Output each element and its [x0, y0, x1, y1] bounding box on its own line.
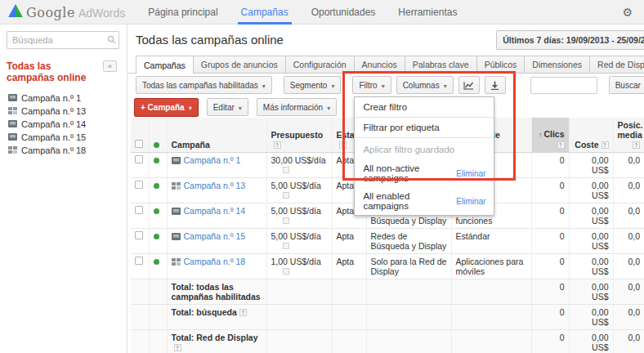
edit-button[interactable]: Editar	[207, 98, 248, 116]
line-chart-icon	[463, 81, 474, 90]
campaign-display-grid-icon	[172, 181, 181, 191]
main-nav: Página principal Campañas Oportunidades …	[136, 0, 468, 25]
tab-bar: Campañas Grupos de anuncios Configuració…	[127, 54, 644, 74]
campaign-link[interactable]: Campaña n.º 1	[184, 155, 241, 165]
row-checkbox[interactable]	[135, 257, 143, 265]
row-checkbox[interactable]	[135, 181, 143, 189]
sidebar-item-campaign-18[interactable]: Campaña n.º 18	[7, 144, 127, 157]
tab-red-de-display[interactable]: Red de Display	[589, 56, 644, 73]
chevron-down-icon	[327, 103, 330, 112]
menu-item-saved-filter[interactable]: All enabled campaigns Eliminar	[355, 187, 494, 215]
table-search-input[interactable]	[530, 77, 597, 94]
tab-publicos[interactable]: Públicos	[476, 56, 525, 73]
status-enabled-icon	[154, 208, 159, 214]
chevron-down-icon	[331, 81, 334, 90]
total-row-enabled: Total: todas las campañas habilitadas 0 …	[131, 279, 644, 305]
chevron-down-icon	[189, 103, 192, 112]
tab-configuracion[interactable]: Configuración	[285, 56, 355, 73]
table-row: Campaña n.º 18 1,00 US$/día Apta Solo pa…	[131, 254, 644, 279]
sidebar-all-campaigns-link[interactable]: Todas las campañas online	[7, 60, 101, 83]
chevron-down-icon	[239, 103, 242, 112]
status-enabled-icon	[154, 259, 159, 265]
help-icon[interactable]	[339, 141, 347, 149]
total-row-display: Total: Red de Display 0 0,00 US$ 0,0	[131, 330, 644, 353]
chevron-down-icon	[262, 81, 266, 90]
campaign-link[interactable]: Campaña n.º 15	[184, 231, 246, 241]
status-enabled-icon	[154, 234, 159, 239]
row-checkbox[interactable]	[135, 155, 143, 163]
details-button[interactable]: Más información	[257, 98, 337, 116]
search-icon	[107, 35, 116, 44]
table-row: Campaña n.º 15 5,00 US$/día Apta Redes d…	[131, 229, 644, 254]
help-icon[interactable]	[174, 344, 181, 351]
page-title: Todas las campañas online	[136, 33, 284, 47]
download-icon	[490, 81, 499, 90]
campaign-search-display-icon	[172, 156, 181, 166]
col-header-posic-media[interactable]: Posic. media	[613, 118, 644, 153]
sidebar: Todas las campañas online « Campaña n.º …	[0, 25, 127, 353]
help-icon[interactable]	[633, 141, 640, 149]
shared-budget-icon	[283, 268, 289, 275]
campaign-search-display-icon	[8, 119, 17, 129]
row-checkbox[interactable]	[135, 206, 143, 214]
campaign-search-display-icon	[172, 207, 181, 217]
tab-palabras-clave[interactable]: Palabras clave	[405, 56, 477, 73]
row-checkbox[interactable]	[135, 231, 143, 239]
nav-oportunidades[interactable]: Oportunidades	[300, 0, 387, 25]
tab-campanas[interactable]: Campañas	[136, 56, 194, 74]
segment-button[interactable]: Segmento	[284, 76, 342, 94]
download-button[interactable]	[485, 76, 506, 94]
status-enabled-icon	[154, 183, 159, 189]
delete-filter-link[interactable]: Eliminar	[456, 169, 485, 178]
campaign-search-display-icon	[172, 232, 181, 242]
help-icon[interactable]	[239, 309, 247, 316]
nav-herramientas[interactable]: Herramientas	[387, 0, 468, 25]
nav-pagina-principal[interactable]: Página principal	[136, 0, 229, 25]
brand-adwords: AdWords	[78, 7, 125, 20]
status-enabled-icon	[154, 158, 159, 163]
tab-anuncios[interactable]: Anuncios	[354, 56, 405, 73]
col-header-campana[interactable]: Campaña	[167, 118, 266, 153]
shared-budget-icon	[283, 217, 289, 224]
campaign-link[interactable]: Campaña n.º 14	[184, 206, 246, 216]
brand-google: Google	[26, 5, 75, 20]
nav-campanas[interactable]: Campañas	[230, 0, 300, 25]
filter-button[interactable]: Filtro	[352, 76, 391, 94]
new-campaign-button[interactable]: + Campaña	[134, 98, 199, 117]
columns-button[interactable]: Columnas	[396, 76, 454, 94]
tab-grupos-de-anuncios[interactable]: Grupos de anuncios	[193, 56, 286, 73]
sidebar-search-input[interactable]	[7, 31, 119, 49]
campaign-link[interactable]: Campaña n.º 13	[184, 181, 246, 190]
sidebar-item-campaign-15[interactable]: Campaña n.º 15	[7, 131, 127, 144]
chart-button[interactable]	[458, 76, 480, 94]
date-range-button[interactable]: Últimos 7 días: 19/09/2013 - 25/09/2013	[496, 30, 644, 50]
google-adwords-logo[interactable]: Google AdWords	[0, 4, 136, 20]
campaign-display-grid-icon	[8, 145, 17, 155]
menu-item-saved-filter[interactable]: All non-active campaigns Eliminar	[355, 159, 494, 187]
filter-dropdown-menu: Crear filtro Filtrar por etiqueta Aplica…	[354, 96, 494, 216]
status-dot-icon	[154, 142, 159, 148]
tab-dimensiones[interactable]: Dimensiones	[524, 56, 590, 73]
col-header-coste[interactable]: Coste	[569, 118, 613, 153]
gear-icon[interactable]: ⚙	[622, 6, 633, 19]
menu-item-crear-filtro[interactable]: Crear filtro	[355, 97, 494, 117]
campaign-link[interactable]: Campaña n.º 18	[184, 257, 246, 266]
shared-budget-icon	[283, 167, 289, 173]
search-submit-button[interactable]: Buscar	[609, 76, 644, 94]
help-icon[interactable]	[557, 141, 565, 149]
sidebar-item-campaign-13[interactable]: Campaña n.º 13	[7, 105, 127, 118]
chevron-down-icon	[382, 81, 385, 90]
menu-item-filtrar-por-etiqueta[interactable]: Filtrar por etiqueta	[355, 118, 494, 137]
col-header-presupuesto[interactable]: Presupuesto	[266, 118, 332, 153]
help-icon[interactable]	[274, 141, 281, 149]
view-filter-button[interactable]: Todas las campañas habilitadas	[136, 76, 272, 94]
sidebar-item-campaign-1[interactable]: Campaña n.º 1	[7, 92, 127, 105]
top-bar: Google AdWords Página principal Campañas…	[0, 0, 644, 25]
sidebar-item-campaign-14[interactable]: Campaña n.º 14	[7, 118, 127, 131]
help-icon[interactable]	[602, 141, 609, 149]
adwords-triangle-icon	[8, 4, 23, 19]
delete-filter-link[interactable]: Eliminar	[456, 197, 485, 206]
sidebar-collapse-button[interactable]: «	[103, 60, 117, 72]
select-all-checkbox[interactable]	[135, 140, 143, 148]
col-header-clics[interactable]: Clics	[531, 118, 569, 153]
